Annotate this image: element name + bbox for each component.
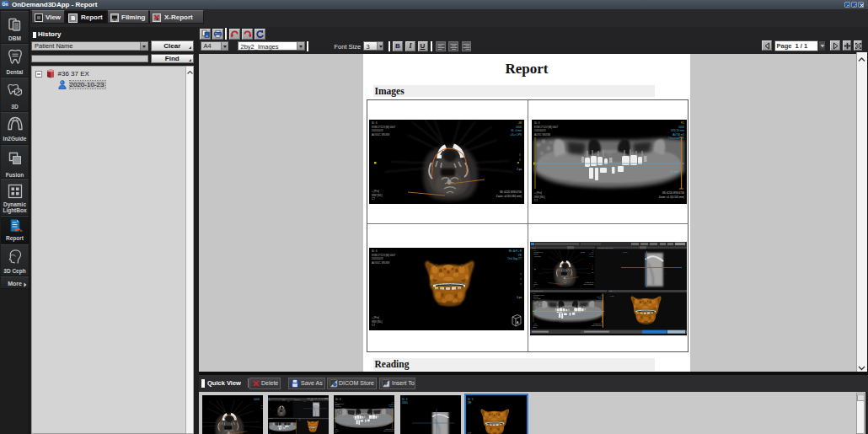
svg-text:0 px: 0 px	[517, 296, 522, 299]
svg-text:VR: VR	[517, 254, 522, 257]
svg-text:A: A	[517, 321, 519, 324]
svg-text:R0: A P L R: R0: A P L R	[508, 249, 522, 253]
svg-text:ID: 3: ID: 3	[335, 398, 341, 401]
svg-text:KVM 27123 [M] 0607: KVM 27123 [M] 0607	[372, 254, 396, 257]
svg-text:20201023: 20201023	[372, 257, 383, 260]
svg-text:+ [Pre]: + [Pre]	[372, 316, 379, 319]
svg-text:A0705C W0338: A0705C W0338	[372, 261, 390, 265]
svg-text:ID: 3: ID: 3	[372, 249, 378, 253]
svg-text:WW [WL]: WW [WL]	[372, 320, 383, 324]
svg-text:VR: VR	[468, 401, 472, 405]
svg-text:CT: CT	[372, 324, 375, 327]
svg-text:0000: 0000	[254, 398, 260, 401]
svg-text:Oral Sag OT: Oral Sag OT	[507, 257, 522, 260]
svg-text:0000: 0000	[402, 401, 408, 405]
